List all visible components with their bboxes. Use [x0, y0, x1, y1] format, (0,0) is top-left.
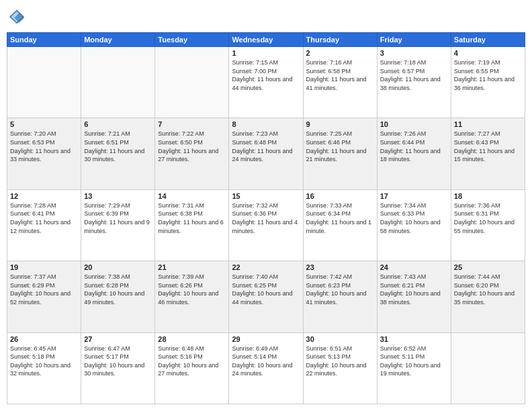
day-info: Sunrise: 7:18 AM Sunset: 6:57 PM Dayligh…: [380, 58, 448, 92]
calendar-cell: 26Sunrise: 6:45 AM Sunset: 5:18 PM Dayli…: [7, 332, 81, 404]
calendar-cell: 24Sunrise: 7:43 AM Sunset: 6:21 PM Dayli…: [377, 261, 451, 332]
calendar-cell: 14Sunrise: 7:31 AM Sunset: 6:38 PM Dayli…: [155, 189, 229, 261]
day-number: 2: [306, 49, 374, 57]
day-info: Sunrise: 7:40 AM Sunset: 6:25 PM Dayligh…: [232, 273, 300, 306]
day-number: 11: [454, 120, 522, 128]
day-info: Sunrise: 7:32 AM Sunset: 6:36 PM Dayligh…: [232, 201, 300, 235]
day-info: Sunrise: 7:37 AM Sunset: 6:29 PM Dayligh…: [10, 273, 78, 306]
day-number: 6: [84, 120, 152, 128]
calendar-table: SundayMondayTuesdayWednesdayThursdayFrid…: [7, 32, 525, 404]
day-number: 31: [380, 335, 448, 343]
calendar-cell: 1Sunrise: 7:15 AM Sunset: 7:00 PM Daylig…: [229, 47, 303, 118]
day-info: Sunrise: 6:45 AM Sunset: 5:18 PM Dayligh…: [10, 345, 78, 378]
day-number: 3: [380, 49, 448, 57]
calendar-cell: 17Sunrise: 7:34 AM Sunset: 6:33 PM Dayli…: [377, 189, 451, 261]
day-number: 10: [380, 120, 448, 128]
day-info: Sunrise: 6:48 AM Sunset: 5:16 PM Dayligh…: [158, 345, 226, 378]
day-info: Sunrise: 7:26 AM Sunset: 6:44 PM Dayligh…: [380, 130, 448, 163]
day-info: Sunrise: 7:33 AM Sunset: 6:34 PM Dayligh…: [306, 201, 374, 235]
calendar-week-row: 12Sunrise: 7:28 AM Sunset: 6:41 PM Dayli…: [7, 189, 525, 261]
calendar-cell: [451, 332, 525, 404]
weekday-header: Tuesday: [155, 33, 229, 47]
calendar-cell: [7, 47, 81, 118]
calendar-cell: 20Sunrise: 7:38 AM Sunset: 6:28 PM Dayli…: [81, 261, 155, 332]
header: [7, 7, 525, 27]
day-number: 25: [454, 263, 522, 271]
day-number: 23: [306, 263, 374, 271]
weekday-header: Sunday: [7, 33, 81, 47]
day-number: 26: [10, 335, 78, 343]
day-number: 22: [232, 263, 300, 271]
day-number: 16: [306, 192, 374, 200]
day-number: 9: [306, 120, 374, 128]
day-number: 21: [158, 263, 226, 271]
day-number: 8: [232, 120, 300, 128]
day-info: Sunrise: 7:23 AM Sunset: 6:48 PM Dayligh…: [232, 130, 300, 163]
calendar-cell: 6Sunrise: 7:21 AM Sunset: 6:51 PM Daylig…: [81, 118, 155, 189]
calendar-cell: 25Sunrise: 7:44 AM Sunset: 6:20 PM Dayli…: [451, 261, 525, 332]
calendar-week-row: 5Sunrise: 7:20 AM Sunset: 6:53 PM Daylig…: [7, 118, 525, 189]
day-info: Sunrise: 7:25 AM Sunset: 6:46 PM Dayligh…: [306, 130, 374, 163]
day-number: 1: [232, 49, 300, 57]
day-number: 20: [84, 263, 152, 271]
day-number: 7: [158, 120, 226, 128]
day-info: Sunrise: 6:52 AM Sunset: 5:11 PM Dayligh…: [380, 345, 448, 378]
day-info: Sunrise: 6:49 AM Sunset: 5:14 PM Dayligh…: [232, 345, 300, 378]
calendar-cell: 31Sunrise: 6:52 AM Sunset: 5:11 PM Dayli…: [377, 332, 451, 404]
day-info: Sunrise: 7:31 AM Sunset: 6:38 PM Dayligh…: [158, 201, 226, 235]
day-info: Sunrise: 7:19 AM Sunset: 6:55 PM Dayligh…: [454, 58, 522, 92]
calendar-week-row: 26Sunrise: 6:45 AM Sunset: 5:18 PM Dayli…: [7, 332, 525, 404]
day-info: Sunrise: 7:42 AM Sunset: 6:23 PM Dayligh…: [306, 273, 374, 306]
day-info: Sunrise: 7:44 AM Sunset: 6:20 PM Dayligh…: [454, 273, 522, 306]
calendar-cell: 12Sunrise: 7:28 AM Sunset: 6:41 PM Dayli…: [7, 189, 81, 261]
day-number: 5: [10, 120, 78, 128]
day-number: 29: [232, 335, 300, 343]
calendar-cell: [155, 47, 229, 118]
day-info: Sunrise: 7:38 AM Sunset: 6:28 PM Dayligh…: [84, 273, 152, 306]
calendar-header-row: SundayMondayTuesdayWednesdayThursdayFrid…: [7, 33, 525, 47]
day-number: 17: [380, 192, 448, 200]
day-info: Sunrise: 6:51 AM Sunset: 5:13 PM Dayligh…: [306, 345, 374, 378]
calendar-cell: 13Sunrise: 7:29 AM Sunset: 6:39 PM Dayli…: [81, 189, 155, 261]
day-info: Sunrise: 7:15 AM Sunset: 7:00 PM Dayligh…: [232, 58, 300, 92]
calendar-cell: 27Sunrise: 6:47 AM Sunset: 5:17 PM Dayli…: [81, 332, 155, 404]
day-number: 27: [84, 335, 152, 343]
weekday-header: Monday: [81, 33, 155, 47]
day-info: Sunrise: 7:22 AM Sunset: 6:50 PM Dayligh…: [158, 130, 226, 163]
day-info: Sunrise: 7:34 AM Sunset: 6:33 PM Dayligh…: [380, 201, 448, 235]
calendar-cell: 9Sunrise: 7:25 AM Sunset: 6:46 PM Daylig…: [303, 118, 377, 189]
day-number: 28: [158, 335, 226, 343]
calendar-cell: 4Sunrise: 7:19 AM Sunset: 6:55 PM Daylig…: [451, 47, 525, 118]
calendar-cell: 11Sunrise: 7:27 AM Sunset: 6:43 PM Dayli…: [451, 118, 525, 189]
day-number: 4: [454, 49, 522, 57]
day-info: Sunrise: 7:36 AM Sunset: 6:31 PM Dayligh…: [454, 201, 522, 235]
day-info: Sunrise: 6:47 AM Sunset: 5:17 PM Dayligh…: [84, 345, 152, 378]
calendar-cell: 19Sunrise: 7:37 AM Sunset: 6:29 PM Dayli…: [7, 261, 81, 332]
weekday-header: Friday: [377, 33, 451, 47]
calendar-cell: 18Sunrise: 7:36 AM Sunset: 6:31 PM Dayli…: [451, 189, 525, 261]
calendar-cell: 30Sunrise: 6:51 AM Sunset: 5:13 PM Dayli…: [303, 332, 377, 404]
calendar-cell: 2Sunrise: 7:16 AM Sunset: 6:58 PM Daylig…: [303, 47, 377, 118]
calendar-cell: [81, 47, 155, 118]
calendar-cell: 10Sunrise: 7:26 AM Sunset: 6:44 PM Dayli…: [377, 118, 451, 189]
weekday-header: Saturday: [451, 33, 525, 47]
calendar-cell: 15Sunrise: 7:32 AM Sunset: 6:36 PM Dayli…: [229, 189, 303, 261]
calendar-week-row: 1Sunrise: 7:15 AM Sunset: 7:00 PM Daylig…: [7, 47, 525, 118]
day-number: 13: [84, 192, 152, 200]
weekday-header: Thursday: [303, 33, 377, 47]
day-info: Sunrise: 7:27 AM Sunset: 6:43 PM Dayligh…: [454, 130, 522, 163]
weekday-header: Wednesday: [229, 33, 303, 47]
calendar-cell: 8Sunrise: 7:23 AM Sunset: 6:48 PM Daylig…: [229, 118, 303, 189]
page: SundayMondayTuesdayWednesdayThursdayFrid…: [0, 0, 532, 411]
day-info: Sunrise: 7:43 AM Sunset: 6:21 PM Dayligh…: [380, 273, 448, 306]
day-number: 19: [10, 263, 78, 271]
calendar-cell: 28Sunrise: 6:48 AM Sunset: 5:16 PM Dayli…: [155, 332, 229, 404]
day-info: Sunrise: 7:29 AM Sunset: 6:39 PM Dayligh…: [84, 201, 152, 235]
day-info: Sunrise: 7:39 AM Sunset: 6:26 PM Dayligh…: [158, 273, 226, 306]
day-info: Sunrise: 7:20 AM Sunset: 6:53 PM Dayligh…: [10, 130, 78, 163]
day-info: Sunrise: 7:16 AM Sunset: 6:58 PM Dayligh…: [306, 58, 374, 92]
day-number: 12: [10, 192, 78, 200]
day-number: 18: [454, 192, 522, 200]
logo: [7, 7, 30, 27]
logo-icon: [7, 7, 27, 27]
